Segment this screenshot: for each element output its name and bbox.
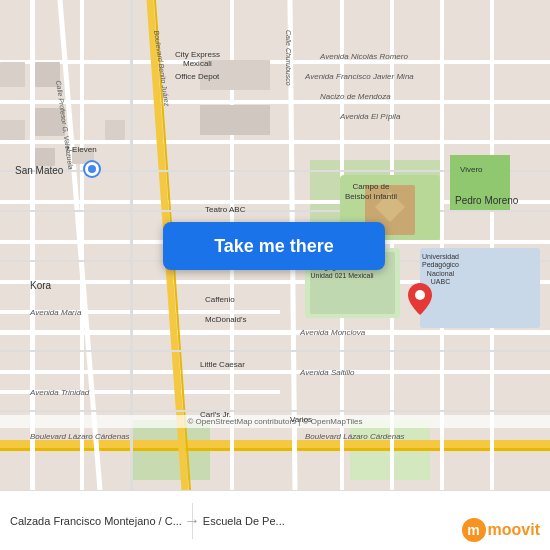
destination-location: Escuela De Pe...: [203, 515, 285, 527]
svg-rect-46: [0, 62, 25, 87]
svg-rect-47: [35, 62, 60, 87]
svg-rect-45: [200, 105, 270, 135]
location-separator: →: [192, 503, 193, 539]
svg-rect-41: [35, 108, 65, 136]
svg-rect-39: [420, 248, 540, 328]
svg-rect-42: [35, 148, 55, 166]
svg-rect-36: [450, 155, 510, 210]
svg-rect-43: [105, 120, 125, 140]
origin-location: Calzada Francisco Montejano / C...: [10, 515, 182, 527]
map-container: Avenida Nicolás Romero Avenida Francisco…: [0, 0, 550, 490]
svg-rect-31: [0, 350, 550, 352]
map-attribution: © OpenStreetMap contributors | © OpenMap…: [0, 415, 550, 428]
destination-pin: [408, 283, 432, 315]
svg-rect-8: [0, 390, 280, 394]
destination-label: Escuela De Pe...: [203, 515, 285, 527]
start-location-dot: [85, 162, 99, 176]
moovit-text: moovit: [488, 521, 540, 539]
svg-rect-29: [0, 210, 550, 212]
svg-rect-9: [0, 310, 280, 314]
moovit-icon: m: [462, 518, 486, 542]
take-me-there-button[interactable]: Take me there: [163, 222, 385, 270]
svg-point-49: [415, 290, 425, 300]
origin-label: Calzada Francisco Montejano / C...: [10, 515, 182, 527]
svg-rect-32: [0, 410, 550, 412]
moovit-letter: m: [467, 522, 479, 538]
moovit-branding: m moovit: [462, 518, 540, 542]
moovit-logo: m moovit: [462, 518, 540, 542]
bottom-bar: Calzada Francisco Montejano / C... → Esc…: [0, 490, 550, 550]
svg-rect-44: [200, 60, 270, 90]
svg-rect-40: [0, 120, 25, 140]
